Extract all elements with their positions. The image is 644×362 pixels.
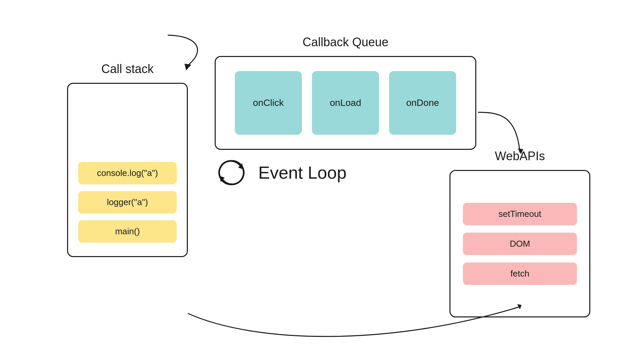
stack-item-1: logger("a")	[78, 191, 177, 214]
api-item-0: setTimeout	[463, 203, 577, 225]
stack-item-0: console.log("a")	[78, 162, 177, 184]
callback-queue-box: onClick onLoad onDone	[215, 56, 476, 150]
queue-item-0: onClick	[235, 71, 302, 135]
api-item-2: fetch	[463, 262, 577, 285]
event-loop-icon	[215, 156, 248, 189]
queue-item-2: onDone	[389, 71, 456, 135]
callback-queue-section: Callback Queue onClick onLoad onDone	[215, 35, 476, 150]
call-stack-title: Call stack	[101, 62, 154, 76]
stack-item-2: main()	[78, 220, 177, 243]
call-stack-section: Call stack console.log("a") logger("a") …	[67, 62, 188, 257]
event-loop-section: Event Loop	[215, 156, 346, 189]
api-item-1: DOM	[463, 233, 577, 255]
webapis-section: WebAPIs setTimeout DOM fetch	[449, 149, 590, 317]
callback-queue-title: Callback Queue	[303, 35, 388, 49]
webapis-title: WebAPIs	[495, 149, 545, 163]
event-loop-title: Event Loop	[258, 163, 346, 183]
diagram-container: Call stack console.log("a") logger("a") …	[54, 22, 590, 340]
queue-item-1: onLoad	[312, 71, 379, 135]
webapis-box: setTimeout DOM fetch	[449, 170, 590, 317]
call-stack-box: console.log("a") logger("a") main()	[67, 83, 188, 257]
